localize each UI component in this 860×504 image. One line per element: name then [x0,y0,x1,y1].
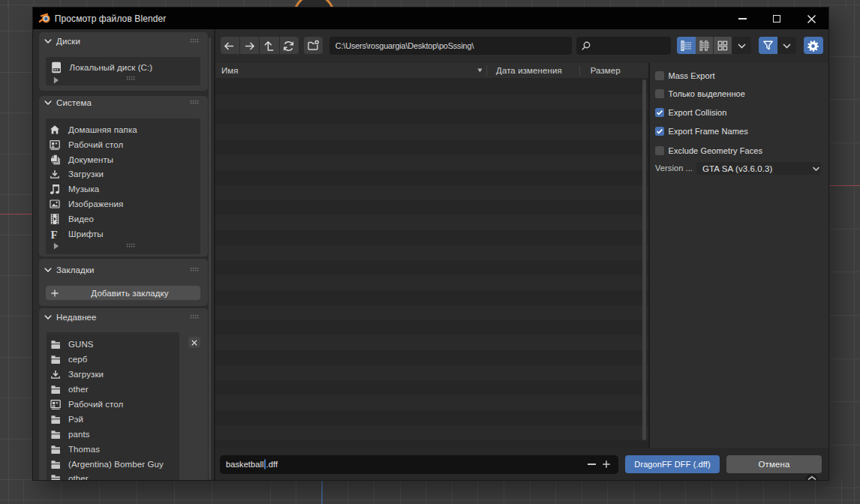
svg-text:F: F [51,229,58,239]
